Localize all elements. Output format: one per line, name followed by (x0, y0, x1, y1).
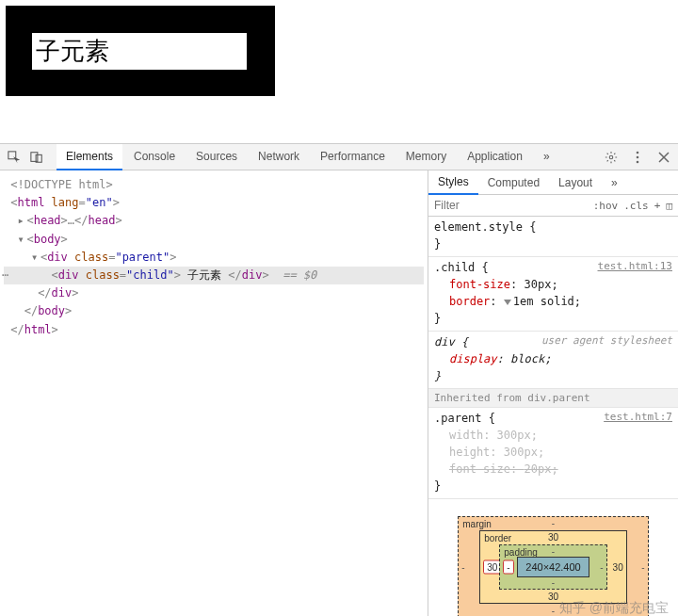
tab-styles[interactable]: Styles (428, 170, 478, 195)
rule-child[interactable]: test.html:13 .child { font-size: 30px; b… (428, 257, 678, 332)
svg-point-4 (637, 151, 639, 154)
rule-element-style[interactable]: element.style { } (428, 217, 678, 257)
styles-filter-input[interactable] (428, 195, 593, 216)
devtools-toolbar: Elements Console Sources Network Perform… (0, 144, 678, 170)
tab-console[interactable]: Console (124, 144, 185, 170)
parent-element: 子元素 (6, 6, 275, 96)
selected-dom-node[interactable]: ⋯ <div class="child"> 子元素 </div> == $0 (4, 267, 424, 284)
svg-point-3 (609, 155, 613, 159)
expand-icon[interactable]: ▸ (17, 212, 26, 230)
devtools-tabs: Elements Console Sources Network Perform… (56, 144, 603, 170)
tab-computed[interactable]: Computed (478, 171, 549, 194)
close-icon[interactable] (655, 149, 672, 166)
tab-elements[interactable]: Elements (56, 144, 122, 170)
device-toolbar-icon[interactable] (28, 149, 45, 166)
tab-sources[interactable]: Sources (186, 144, 247, 170)
child-element: 子元素 (32, 33, 247, 70)
source-link[interactable]: test.html:13 (598, 259, 672, 275)
inherited-from-row: Inherited from div.parent (428, 389, 678, 408)
collapse-icon[interactable]: ▾ (17, 231, 26, 249)
svg-point-5 (637, 155, 639, 158)
tab-performance[interactable]: Performance (311, 144, 395, 170)
ua-stylesheet-label: user agent stylesheet (541, 333, 672, 349)
styles-pane: Styles Computed Layout » :hov .cls + ◫ e… (428, 170, 678, 616)
rendered-page: 子元素 (0, 0, 678, 102)
tab-memory[interactable]: Memory (396, 144, 456, 170)
cls-toggle[interactable]: .cls (623, 200, 649, 212)
svg-rect-1 (31, 152, 38, 161)
rule-div-ua[interactable]: user agent stylesheet div { display: blo… (428, 332, 678, 389)
ellipsis-icon: ⋯ (2, 267, 8, 284)
rule-parent[interactable]: test.html:7 .parent { width: 300px; heig… (428, 408, 678, 499)
collapse-icon[interactable]: ▾ (31, 249, 40, 267)
tab-layout[interactable]: Layout (549, 171, 602, 194)
gear-icon[interactable] (603, 149, 620, 166)
inspect-icon[interactable] (6, 149, 23, 166)
box-model-diagram[interactable]: margin - - - - border 30 30 30 30 paddin… (428, 499, 678, 616)
svg-point-6 (637, 160, 639, 163)
devtools-panel: Elements Console Sources Network Perform… (0, 143, 678, 616)
expand-shorthand-icon[interactable] (504, 300, 511, 305)
dom-doctype: <!DOCTYPE html> (10, 178, 112, 191)
tab-more[interactable]: » (534, 144, 559, 170)
source-link[interactable]: test.html:7 (604, 410, 672, 426)
box-content-size: 240×42.400 (517, 557, 589, 577)
tab-styles-more[interactable]: » (602, 171, 627, 194)
new-rule-button[interactable]: + (654, 200, 661, 212)
tab-network[interactable]: Network (249, 144, 309, 170)
elements-tree[interactable]: <!DOCTYPE html> <html lang="en"> ▸<head>… (0, 170, 428, 616)
hov-toggle[interactable]: :hov (593, 200, 619, 212)
pane-toggle-icon[interactable]: ◫ (666, 200, 672, 212)
kebab-icon[interactable] (629, 149, 646, 166)
tab-application[interactable]: Application (458, 144, 532, 170)
